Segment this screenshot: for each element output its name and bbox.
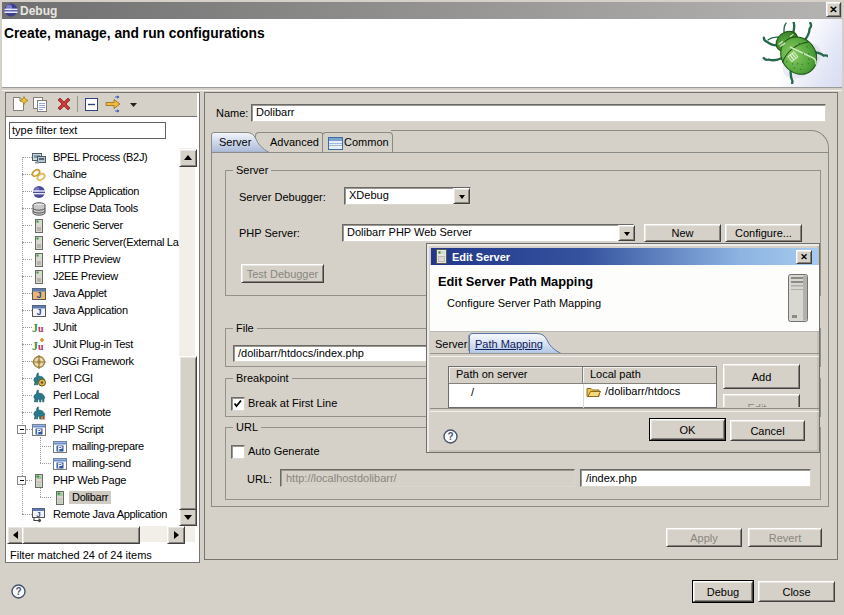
svg-text:?: ? [15, 586, 21, 597]
svg-text:?: ? [447, 431, 453, 442]
